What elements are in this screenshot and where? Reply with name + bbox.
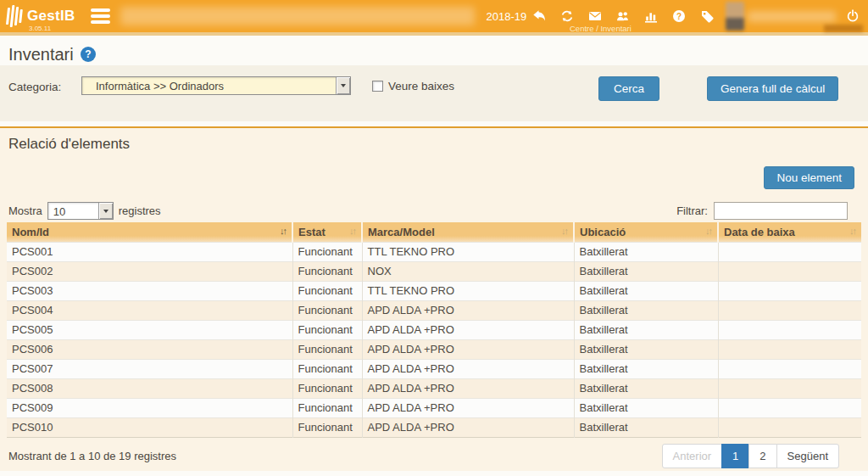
page-title: Inventari (8, 45, 74, 64)
sort-icon: ↓↑ (849, 226, 857, 236)
cell-estat: Funcionant (292, 243, 362, 262)
cell-data-baixa (718, 379, 861, 399)
table-row[interactable]: PCS004 Funcionant APD ALDA +PRO Batxille… (7, 301, 861, 321)
cell-nom-id: PCS010 (7, 418, 292, 438)
app-version: 3.05.11 (29, 25, 51, 32)
show-label: Mostra (8, 204, 42, 217)
pagination: Anterior 1 2 Següent (663, 444, 839, 468)
censored-corner-text (824, 25, 863, 32)
page-length-value: 10 (48, 203, 98, 219)
censored-user-avatar[interactable] (726, 2, 744, 31)
cell-marca-model: NOX (362, 262, 574, 282)
breadcrumb[interactable]: Centre / Inventari (570, 24, 632, 33)
cell-data-baixa (718, 399, 861, 418)
cell-ubicacio: Batxillerat (574, 243, 718, 262)
cell-marca-model: APD ALDA +PRO (362, 418, 574, 438)
censored-user-name (748, 11, 836, 22)
mail-icon[interactable] (588, 9, 602, 23)
table-row[interactable]: PCS009 Funcionant APD ALDA +PRO Batxille… (7, 399, 861, 418)
cell-nom-id: PCS001 (7, 243, 292, 262)
cell-data-baixa (718, 360, 861, 379)
help-circle-icon[interactable]: ? (672, 9, 686, 23)
filter-label: Filtrar: (676, 204, 708, 217)
cell-estat: Funcionant (292, 360, 362, 379)
show-disposals-checkbox[interactable] (372, 81, 383, 92)
cell-ubicacio: Batxillerat (574, 282, 718, 301)
table-row[interactable]: PCS006 Funcionant APD ALDA +PRO Batxille… (7, 340, 861, 360)
column-header-estat[interactable]: Estat ↓↑ (292, 222, 362, 243)
category-select[interactable]: Informàtica >> Ordinadors (81, 76, 351, 95)
table-row[interactable]: PCS003 Funcionant TTL TEKNO PRO Batxille… (7, 282, 861, 301)
cell-nom-id: PCS008 (7, 379, 292, 399)
filter-bar: Categoria: Informàtica >> Ordinadors Veu… (0, 65, 868, 121)
cell-marca-model: APD ALDA +PRO (362, 340, 574, 360)
pagination-next[interactable]: Següent (776, 444, 839, 468)
pagination-page-2[interactable]: 2 (748, 444, 776, 468)
pagination-page-1[interactable]: 1 (721, 444, 749, 468)
cell-estat: Funcionant (292, 282, 362, 301)
cell-estat: Funcionant (292, 418, 362, 438)
cell-estat: Funcionant (292, 340, 362, 360)
cell-marca-model: APD ALDA +PRO (362, 301, 574, 321)
cell-marca-model: APD ALDA +PRO (362, 399, 574, 418)
table-row[interactable]: PCS005 Funcionant APD ALDA +PRO Batxille… (7, 321, 861, 340)
app-name: GestIB (27, 8, 75, 25)
table-row[interactable]: PCS008 Funcionant APD ALDA +PRO Batxille… (7, 379, 861, 399)
cell-data-baixa (718, 282, 861, 301)
cell-data-baixa (718, 301, 861, 321)
cell-ubicacio: Batxillerat (574, 360, 718, 379)
column-header-marca-model[interactable]: Marca/Model ↓↑ (362, 222, 574, 243)
sort-icon: ↓↑ (561, 226, 569, 236)
cell-ubicacio: Batxillerat (574, 321, 718, 340)
column-header-nom-id[interactable]: Nom/Id ↓↑ (7, 222, 292, 243)
svg-text:?: ? (676, 12, 682, 21)
cell-nom-id: PCS006 (7, 340, 292, 360)
cell-ubicacio: Batxillerat (574, 418, 718, 438)
cell-nom-id: PCS002 (7, 262, 292, 282)
column-header-data-baixa[interactable]: Data de baixa ↓↑ (718, 222, 861, 243)
cell-ubicacio: Batxillerat (574, 399, 718, 418)
cell-nom-id: PCS009 (7, 399, 292, 418)
results-panel: Relació d'elements Nou element Mostra 10… (0, 126, 868, 471)
records-label: registres (119, 204, 161, 217)
power-icon[interactable] (846, 9, 860, 23)
page-help-icon[interactable]: ? (81, 47, 96, 62)
app-logo[interactable]: GestIB 3.05.11 (7, 5, 75, 27)
cell-nom-id: PCS007 (7, 360, 292, 379)
sort-icon: ↓↑ (349, 226, 357, 236)
category-select-value: Informàtica >> Ordinadors (82, 77, 336, 94)
cell-nom-id: PCS004 (7, 301, 292, 321)
table-row[interactable]: PCS002 Funcionant NOX Batxillerat (7, 262, 861, 282)
column-header-ubicacio[interactable]: Ubicació ↓↑ (574, 222, 718, 243)
table-row[interactable]: PCS010 Funcionant APD ALDA +PRO Batxille… (7, 418, 861, 438)
cell-nom-id: PCS005 (7, 321, 292, 340)
svg-text:?: ? (85, 48, 91, 60)
show-disposals-label: Veure baixes (388, 80, 454, 92)
cell-estat: Funcionant (292, 321, 362, 340)
page-length-select[interactable]: 10 (47, 202, 114, 220)
reply-icon[interactable] (532, 9, 546, 23)
table-row[interactable]: PCS007 Funcionant APD ALDA +PRO Batxille… (7, 360, 861, 379)
inventory-table: Nom/Id ↓↑ Estat ↓↑ Marca/Model ↓↑ Ubicac… (7, 222, 861, 438)
pagination-previous[interactable]: Anterior (662, 444, 723, 468)
table-row[interactable]: PCS001 Funcionant TTL TEKNO PRO Batxille… (7, 243, 861, 262)
section-title: Relació d'elements (8, 136, 868, 153)
sort-icon: ↓↑ (280, 226, 287, 236)
cell-marca-model: APD ALDA +PRO (362, 321, 574, 340)
category-label: Categoria: (8, 81, 81, 93)
refresh-icon[interactable] (560, 9, 574, 23)
cell-estat: Funcionant (292, 399, 362, 418)
generate-spreadsheet-button[interactable]: Genera full de càlcul (707, 76, 838, 101)
records-summary: Mostrant de 1 a 10 de 19 registres (8, 450, 176, 462)
cell-ubicacio: Batxillerat (574, 262, 718, 282)
filter-input[interactable] (714, 202, 848, 220)
cell-marca-model: APD ALDA +PRO (362, 360, 574, 379)
app-header: GestIB 3.05.11 2018-19 (0, 0, 868, 36)
hamburger-menu-icon[interactable] (91, 6, 110, 27)
search-button[interactable]: Cerca (598, 76, 659, 101)
tag-icon[interactable] (700, 9, 714, 23)
new-element-button[interactable]: Nou element (764, 166, 854, 189)
bar-chart-icon[interactable] (644, 9, 658, 23)
cell-marca-model: APD ALDA +PRO (362, 379, 574, 399)
users-icon[interactable] (616, 9, 630, 23)
